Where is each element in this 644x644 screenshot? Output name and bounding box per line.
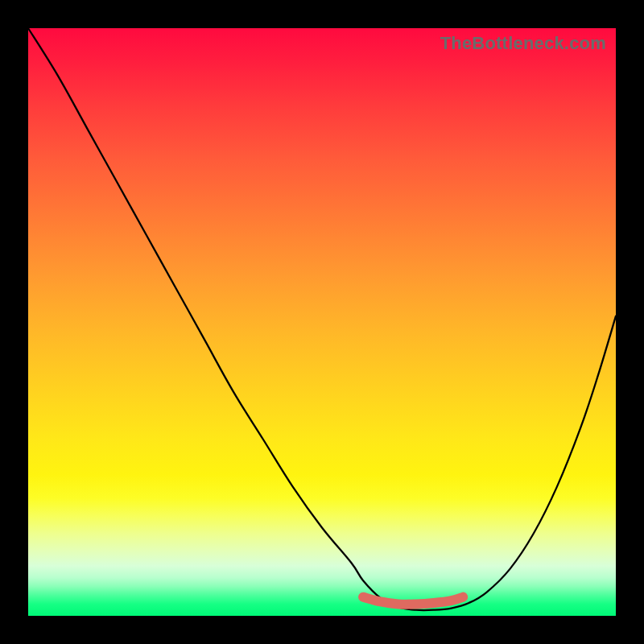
chart-frame: TheBottleneck.com xyxy=(0,0,644,644)
chart-svg xyxy=(28,28,616,616)
red-band xyxy=(363,597,463,605)
plot-area: TheBottleneck.com xyxy=(28,28,616,616)
black-curve xyxy=(28,28,616,610)
